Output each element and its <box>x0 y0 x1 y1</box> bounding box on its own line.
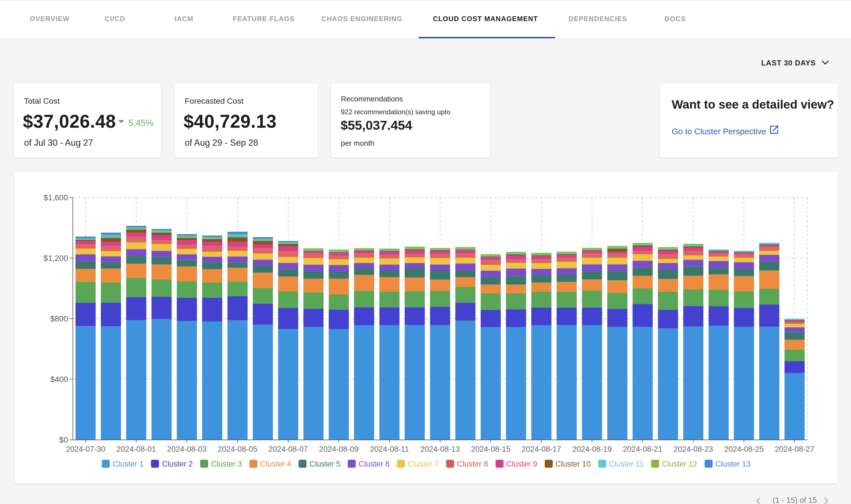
svg-text:$1,200: $1,200 <box>44 254 68 263</box>
svg-text:$800: $800 <box>50 314 68 323</box>
svg-text:2024-08-13: 2024-08-13 <box>420 445 460 453</box>
svg-text:2024-08-01: 2024-08-01 <box>116 445 156 453</box>
svg-text:2024-08-07: 2024-08-07 <box>268 445 308 453</box>
svg-text:2024-08-09: 2024-08-09 <box>319 445 359 453</box>
svg-text:$1,600: $1,600 <box>44 193 68 202</box>
svg-text:$400: $400 <box>50 375 68 384</box>
svg-text:2024-08-03: 2024-08-03 <box>167 445 206 453</box>
svg-text:2024-07-30: 2024-07-30 <box>66 445 105 453</box>
svg-text:2024-08-25: 2024-08-25 <box>724 445 764 453</box>
svg-text:2024-08-17: 2024-08-17 <box>522 445 561 453</box>
svg-text:2024-08-23: 2024-08-23 <box>673 445 713 453</box>
svg-text:2024-08-27: 2024-08-27 <box>775 445 814 453</box>
svg-text:2024-08-21: 2024-08-21 <box>623 445 662 453</box>
svg-text:$0: $0 <box>59 435 68 444</box>
svg-text:2024-08-19: 2024-08-19 <box>572 445 612 453</box>
svg-text:2024-08-15: 2024-08-15 <box>471 445 510 453</box>
svg-text:2024-08-11: 2024-08-11 <box>370 445 409 453</box>
svg-text:2024-08-05: 2024-08-05 <box>218 445 257 453</box>
